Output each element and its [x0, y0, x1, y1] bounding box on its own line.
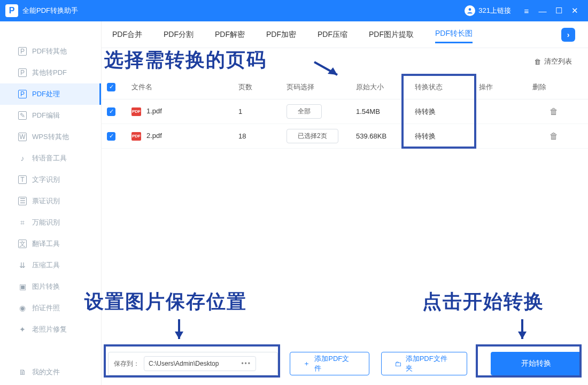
pdf-icon: P [18, 47, 27, 56]
sidebar-item-receipt-ocr[interactable]: ☰票证识别 [0, 190, 101, 212]
start-convert-label: 开始转换 [521, 359, 551, 368]
image-icon: ▣ [18, 282, 27, 291]
save-to-box: 保存到： C:\Users\Admin\Desktop ••• [108, 352, 278, 375]
start-convert-button[interactable]: 开始转换 [491, 352, 582, 375]
sidebar-item-general-ocr[interactable]: ⌗万能识别 [0, 212, 101, 233]
delete-row-button[interactable]: 🗑 [532, 107, 575, 117]
page-select-button[interactable]: 已选择2页 [287, 129, 338, 143]
doc-icon: T [18, 175, 27, 184]
save-path-field[interactable]: C:\Users\Admin\Desktop ••• [144, 356, 256, 371]
sidebar-item-label: WPS转其他 [32, 132, 69, 142]
col-op: 操作 [479, 82, 532, 92]
add-pdf-folder-button[interactable]: 🗀 添加PDF文件夹 [381, 352, 467, 375]
tabs: PDF合并 PDF分割 PDF解密 PDF加密 PDF压缩 PDF图片提取 PD… [102, 21, 588, 48]
sidebar-item-compress[interactable]: ⇊压缩工具 [0, 255, 101, 276]
menu-icon[interactable]: ≡ [519, 6, 535, 16]
row-checkbox[interactable]: ✓ [107, 132, 115, 141]
tabs-more-button[interactable]: › [561, 28, 575, 42]
sidebar-item-label: PDF处理 [32, 89, 60, 99]
main-panel: PDF合并 PDF分割 PDF解密 PDF加密 PDF压缩 PDF图片提取 PD… [102, 21, 588, 385]
user-label[interactable]: 321上链接 [478, 6, 511, 16]
col-pages: 页数 [238, 82, 287, 92]
minimize-button[interactable]: — [535, 6, 551, 16]
clear-list-button[interactable]: 🗑 清空列表 [534, 57, 572, 66]
file-size: 539.68KB [356, 132, 415, 140]
pdf-icon: P [18, 90, 27, 98]
sidebar-item-ocr-text[interactable]: T文字识别 [0, 169, 101, 190]
sidebar-item-id-photo[interactable]: ◉拍证件照 [0, 297, 101, 319]
tab-to-long-image[interactable]: PDF转长图 [435, 26, 473, 43]
file-status: 待转换 [415, 107, 479, 117]
app-logo: P [5, 4, 18, 17]
close-button[interactable]: ✕ [567, 6, 583, 16]
file-status: 待转换 [415, 132, 479, 141]
file-pages: 1 [238, 107, 287, 116]
titlebar: P 全能PDF转换助手 321上链接 ≡ — ☐ ✕ [0, 0, 588, 21]
sound-icon: ♪ [18, 154, 27, 163]
tab-encrypt[interactable]: PDF加密 [266, 27, 296, 43]
sidebar-item-translate[interactable]: 文翻译工具 [0, 233, 101, 255]
sidebar-item-label: 压缩工具 [32, 260, 60, 270]
sidebar-item-label: 图片转换 [32, 282, 60, 291]
sidebar-item-label: 老照片修复 [32, 325, 67, 334]
sidebar-item-label: 拍证件照 [32, 303, 60, 313]
wps-icon: W [18, 133, 27, 141]
row-checkbox[interactable]: ✓ [107, 107, 115, 116]
sidebar-item-tts-tool[interactable]: ♪转语音工具 [0, 148, 101, 169]
sidebar-item-label: 万能识别 [32, 218, 60, 227]
sidebar-item-label: 转语音工具 [32, 153, 67, 163]
sidebar-item-other-to-pdf[interactable]: P其他转PDF [0, 62, 101, 83]
tab-split[interactable]: PDF分割 [164, 27, 194, 43]
tab-decrypt[interactable]: PDF解密 [215, 27, 245, 43]
col-pagesel: 页码选择 [287, 82, 356, 92]
compress-icon: ⇊ [18, 261, 27, 270]
page-select-button[interactable]: 全部 [287, 104, 322, 119]
checkbox-all[interactable]: ✓ [107, 83, 115, 91]
sidebar-item-pdf-to-other[interactable]: PPDF转其他 [0, 41, 101, 62]
sidebar-item-label: 我的文件 [32, 367, 60, 377]
edit-icon: ✎ [18, 111, 27, 120]
folder-icon: 🗀 [394, 360, 401, 368]
receipt-icon: ☰ [18, 197, 27, 205]
sidebar-item-label: 翻译工具 [32, 239, 60, 249]
sidebar-item-photo-restore[interactable]: ✦老照片修复 [0, 319, 101, 340]
clear-list-label: 清空列表 [544, 57, 572, 66]
table-row: ✓ PDF2.pdf 18 已选择2页 539.68KB 待转换 🗑 [102, 124, 588, 149]
restore-icon: ✦ [18, 325, 27, 334]
sidebar-item-wps-to-other[interactable]: WWPS转其他 [0, 126, 101, 148]
tab-merge[interactable]: PDF合并 [112, 27, 142, 43]
col-del: 删除 [532, 82, 575, 92]
save-to-label: 保存到： [114, 359, 140, 368]
save-path-value: C:\Users\Admin\Desktop [149, 360, 219, 367]
file-pages: 18 [238, 132, 287, 140]
add-pdf-folder-label: 添加PDF文件夹 [406, 354, 454, 373]
avatar[interactable] [465, 5, 475, 16]
trash-icon: 🗑 [534, 58, 541, 66]
sidebar-item-pdf-edit[interactable]: ✎PDF编辑 [0, 105, 101, 126]
pdf-file-icon: PDF [131, 132, 141, 141]
svg-point-0 [469, 8, 471, 11]
tab-extract-image[interactable]: PDF图片提取 [369, 27, 414, 43]
delete-row-button[interactable]: 🗑 [532, 132, 575, 141]
sidebar-item-label: PDF编辑 [32, 111, 60, 120]
col-status: 转换状态 [415, 82, 479, 92]
table-header: ✓ 文件名 页数 页码选择 原始大小 转换状态 操作 删除 [102, 75, 588, 99]
tab-compress[interactable]: PDF压缩 [318, 27, 347, 43]
pdf-file-icon: PDF [131, 107, 141, 116]
maximize-button[interactable]: ☐ [551, 6, 567, 16]
app-title: 全能PDF转换助手 [22, 6, 78, 16]
sidebar-item-my-files[interactable]: 🗎我的文件 [0, 361, 101, 383]
sidebar-item-pdf-process[interactable]: PPDF处理 [0, 83, 101, 105]
translate-icon: 文 [18, 240, 27, 248]
col-name: 文件名 [131, 82, 238, 92]
camera-icon: ◉ [18, 304, 27, 312]
file-size: 1.54MB [356, 107, 415, 116]
col-size: 原始大小 [356, 82, 415, 92]
add-pdf-file-button[interactable]: ＋ 添加PDF文件 [290, 352, 369, 375]
browse-button[interactable]: ••• [241, 360, 251, 367]
file-table: ✓ 文件名 页数 页码选择 原始大小 转换状态 操作 删除 ✓ PDF1.pdf… [102, 75, 588, 149]
plus-icon: ＋ [303, 359, 310, 368]
sidebar-item-image-convert[interactable]: ▣图片转换 [0, 276, 101, 297]
files-icon: 🗎 [18, 368, 27, 376]
table-row: ✓ PDF1.pdf 1 全部 1.54MB 待转换 🗑 [102, 99, 588, 124]
